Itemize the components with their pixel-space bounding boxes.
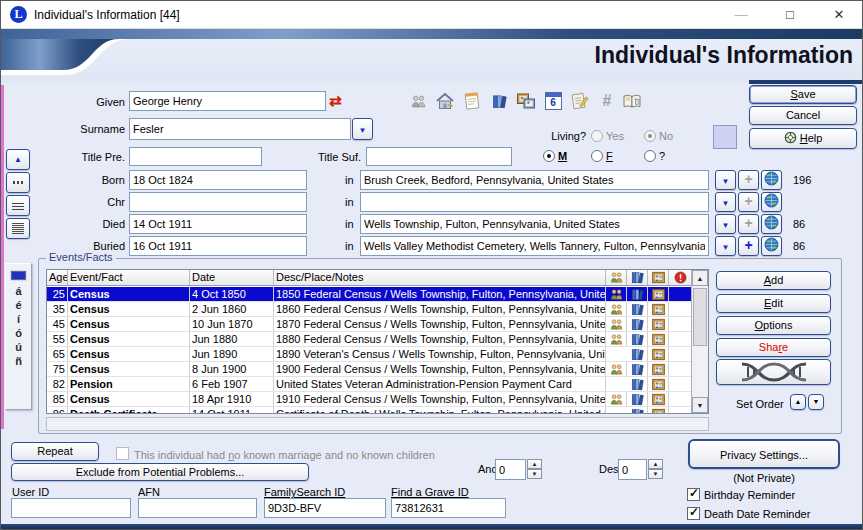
living-yes-radio[interactable] [591,130,603,142]
table-row[interactable]: 85 Census 18 Apr 1910 1910 Federal Censu… [47,392,693,407]
no-marriage-checkbox[interactable] [116,447,129,460]
buried-place-input[interactable] [360,236,709,256]
set-order-down-button[interactable]: ▼ [808,394,824,410]
research-book-icon[interactable] [621,90,643,112]
special-char-a[interactable]: á [6,284,31,298]
given-input[interactable] [129,91,326,111]
findagrave-id-label[interactable]: Find a Grave ID [391,486,469,498]
set-order-up-button[interactable]: ▲ [790,394,806,410]
problem-alert-icon[interactable] [669,270,691,285]
exclude-potential-problems-button[interactable]: Exclude from Potential Problems... [11,463,309,481]
chr-date-input[interactable] [129,192,307,212]
column-age[interactable]: Age [47,270,68,285]
born-date-input[interactable] [129,170,307,190]
gender-unknown-radio[interactable] [644,150,656,162]
column-event-fact[interactable]: Event/Fact [68,270,190,285]
kinship-people-icon[interactable] [407,90,429,112]
column-date[interactable]: Date [190,270,274,285]
born-place-add-button[interactable]: + [738,170,759,190]
view-compact-button[interactable] [6,172,30,193]
view-medium-button[interactable] [6,195,30,216]
chr-place-dropdown-button[interactable]: ▼ [715,192,736,212]
spinner-down-icon[interactable]: ▼ [527,469,542,479]
buried-place-dropdown-button[interactable]: ▼ [715,236,736,256]
column-sources-icon[interactable] [627,270,648,285]
events-horizontal-scrollbar[interactable] [46,417,709,431]
surname-input[interactable] [129,118,351,140]
gender-male-radio[interactable] [543,150,555,162]
death-reminder-checkbox[interactable] [687,507,700,520]
scroll-up-quick-button[interactable]: ▲ [6,149,30,170]
help-button[interactable]: Help [749,128,857,149]
died-place-input[interactable] [360,214,709,234]
scroll-down-arrow[interactable]: ▼ [692,397,708,413]
table-row[interactable]: 45 Census 10 Jun 1870 1870 Federal Censu… [47,317,693,332]
home-address-icon[interactable] [434,90,456,112]
birthday-reminder-checkbox[interactable] [687,488,700,501]
title-suf-input[interactable] [366,147,512,166]
notes-icon[interactable] [461,90,483,112]
special-char-e[interactable]: é [6,298,31,312]
familysearch-id-label[interactable]: FamilySearch ID [264,486,345,498]
born-place-input[interactable] [360,170,709,190]
des-spinner[interactable]: ▲ ▼ [648,459,663,480]
gender-female-radio[interactable] [591,150,603,162]
scroll-up-arrow[interactable]: ▲ [692,270,708,286]
chr-place-map-button[interactable] [761,192,782,212]
repeat-button[interactable]: Repeat [11,442,99,461]
table-row[interactable]: 82 Pension 6 Feb 1907 United States Vete… [47,377,693,392]
special-char-n[interactable]: ñ [6,354,31,368]
anc-spinner[interactable]: ▲ ▼ [527,459,542,480]
save-button[interactable]: Save [749,85,857,104]
user-id-input[interactable] [11,498,131,518]
column-share-people-icon[interactable] [606,270,627,285]
died-place-map-button[interactable] [761,214,782,234]
edit-event-button[interactable]: Edit [716,294,831,313]
media-gallery-icon[interactable] [515,90,537,112]
buried-place-map-button[interactable] [761,236,782,256]
findagrave-id-input[interactable] [391,498,506,518]
special-char-i[interactable]: í [6,312,31,326]
special-char-o[interactable]: ó [6,326,31,340]
table-row[interactable]: 25 Census 4 Oct 1850 1850 Federal Census… [47,287,693,302]
died-place-add-button[interactable]: + [738,214,759,234]
died-place-dropdown-button[interactable]: ▼ [715,214,736,234]
events-vertical-scrollbar[interactable]: ▲ ▼ [691,270,708,413]
spinner-up-icon[interactable]: ▲ [648,459,663,469]
familysearch-id-input[interactable] [264,498,386,518]
table-row[interactable]: 65 Census Jun 1890 1890 Veteran's Census… [47,347,693,362]
privacy-settings-button[interactable]: Privacy Settings... [688,439,840,469]
buried-date-input[interactable] [129,236,307,256]
maximize-button[interactable]: □ [773,1,807,28]
spinner-down-icon[interactable]: ▼ [648,469,663,479]
options-button[interactable]: Options [716,316,831,335]
close-button[interactable]: ✕ [822,1,856,28]
column-desc[interactable]: Desc/Place/Notes [274,270,606,285]
character-map-button[interactable] [11,271,26,280]
scrollbar-thumb[interactable] [693,288,707,346]
color-swatch[interactable] [713,125,737,149]
table-row[interactable]: 55 Census Jun 1880 1880 Federal Census /… [47,332,693,347]
born-place-map-button[interactable] [761,170,782,190]
todo-icon[interactable] [569,90,591,112]
special-char-u[interactable]: ú [6,340,31,354]
minimize-button[interactable]: — [724,1,758,28]
share-button[interactable]: Share [716,338,831,357]
des-input[interactable] [618,459,647,480]
buried-place-add-button[interactable]: + [738,236,759,256]
surname-dropdown-button[interactable]: ▼ [352,118,373,140]
spinner-up-icon[interactable]: ▲ [527,459,542,469]
cancel-button[interactable]: Cancel [749,106,857,125]
chr-place-add-button[interactable]: + [738,192,759,212]
table-row[interactable]: 35 Census 2 Jun 1860 1860 Federal Census… [47,302,693,317]
title-pre-input[interactable] [129,147,262,166]
living-no-radio[interactable] [644,130,656,142]
add-event-button[interactable]: Add [716,271,831,290]
afn-input[interactable] [138,498,257,518]
calendar-icon[interactable]: 6 [542,90,564,112]
sources-books-icon[interactable] [488,90,510,112]
dna-button[interactable] [716,359,831,385]
hashtag-icon[interactable]: # [596,90,618,112]
died-date-input[interactable] [129,214,307,234]
anc-input[interactable] [495,459,526,480]
